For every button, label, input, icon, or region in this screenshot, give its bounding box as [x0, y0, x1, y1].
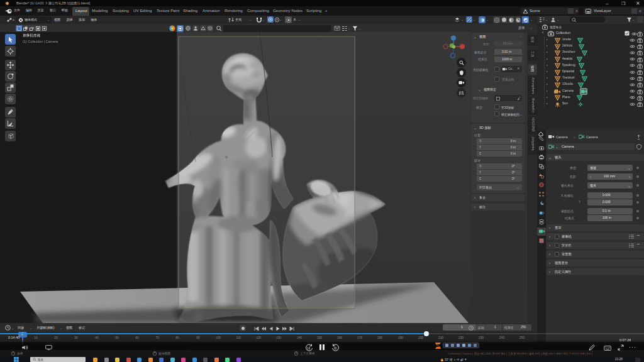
svg-text:10: 10 [307, 347, 311, 350]
svg-text:30: 30 [333, 347, 337, 350]
